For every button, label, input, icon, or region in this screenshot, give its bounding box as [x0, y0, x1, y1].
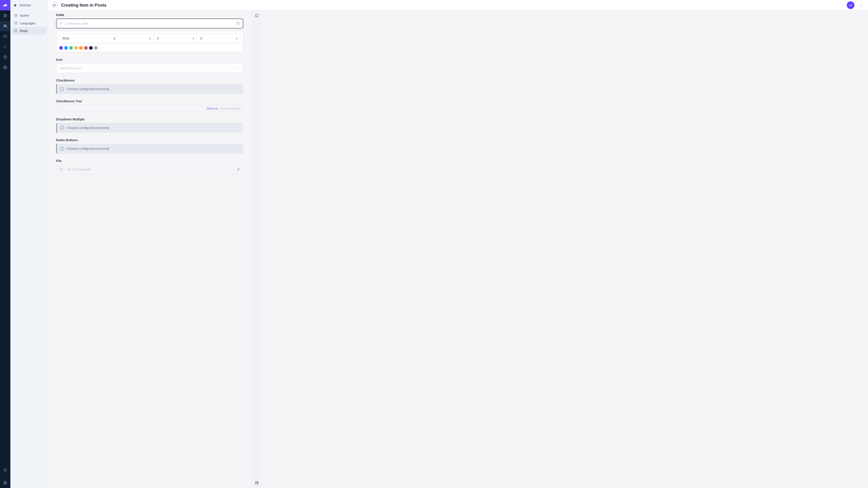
field-label-checkboxes-tree: Checkboxes Tree	[56, 99, 243, 103]
eyedropper-icon[interactable]	[57, 20, 65, 27]
notice-checkboxes: i Choices configured incorrectly	[56, 84, 243, 94]
svg-point-16	[257, 483, 257, 484]
rail-divider	[2, 476, 8, 476]
color-mode-value: RGB	[62, 37, 69, 40]
stepper-icon[interactable]: ▲▼	[149, 37, 151, 40]
sidebar-item-label: Languages	[20, 22, 35, 25]
swatch-white[interactable]	[99, 46, 103, 50]
sidebar: Directus Author Languages Posts	[10, 0, 48, 488]
database-icon	[14, 14, 18, 18]
file-input[interactable]: No File Selected	[56, 164, 243, 174]
svg-point-5	[15, 14, 17, 15]
nav-settings[interactable]	[0, 62, 10, 73]
color-mode-select[interactable]: RGB	[59, 33, 111, 43]
nav-notifications[interactable]	[0, 464, 10, 475]
svg-point-2	[5, 67, 6, 68]
right-rail	[251, 10, 262, 488]
notice-dropdown-multiple: i Choices configured incorrectly	[56, 123, 243, 133]
svg-point-11	[237, 23, 238, 24]
field-label-icon: Icon	[56, 58, 243, 61]
swatch-orange[interactable]	[79, 46, 83, 50]
sidebar-item-label: Author	[20, 14, 29, 18]
field-color: Color RGB	[56, 13, 243, 53]
field-label-color: Color	[56, 13, 243, 17]
sidebar-item-languages[interactable]: Languages	[12, 20, 46, 27]
svg-point-8	[861, 4, 861, 4]
color-picker-popup: RGB ▲▼ ▲▼	[56, 31, 243, 53]
sidebar-header[interactable]: Directus	[10, 0, 48, 10]
nav-insights[interactable]	[0, 41, 10, 52]
tree-separator: /	[219, 107, 220, 110]
save-button[interactable]	[847, 1, 855, 9]
topbar: Creating Item in Posts	[48, 0, 868, 10]
brand-logo[interactable]	[0, 0, 10, 10]
svg-point-0	[4, 25, 5, 26]
folder-icon	[57, 166, 65, 173]
color-g-value[interactable]	[157, 37, 166, 40]
activity-toggle[interactable]	[255, 478, 259, 488]
svg-rect-15	[255, 482, 258, 484]
show-selected-link[interactable]: Show Selected	[220, 107, 240, 110]
sidebar-item-author[interactable]: Author	[12, 12, 46, 20]
notice-radio-buttons: i Choices configured incorrectly	[56, 144, 243, 154]
nav-files[interactable]	[0, 31, 10, 41]
notice-text: Choices configured incorrectly	[67, 126, 110, 130]
back-button[interactable]	[51, 2, 58, 9]
swatch-red[interactable]	[84, 46, 88, 50]
svg-point-10	[861, 6, 861, 6]
swatch-yellow[interactable]	[74, 46, 78, 50]
color-b-value[interactable]	[200, 37, 209, 40]
icon-search-input[interactable]: Search for icon...	[56, 63, 243, 73]
color-g-input[interactable]: ▲▼	[154, 33, 197, 43]
nav-users[interactable]	[0, 21, 10, 31]
swatch-gray[interactable]	[94, 46, 98, 50]
color-b-input[interactable]: ▲▼	[197, 33, 241, 43]
sidebar-item-posts[interactable]: Posts	[12, 27, 46, 35]
chevron-down-icon	[237, 67, 240, 70]
swatch-row	[59, 46, 241, 50]
icon-placeholder: Search for icon...	[60, 66, 84, 70]
color-r-input[interactable]: ▲▼	[111, 33, 154, 43]
swatch-green[interactable]	[69, 46, 73, 50]
show-all-link[interactable]: Show All	[207, 107, 218, 110]
swatch-purple[interactable]	[59, 46, 63, 50]
more-button[interactable]	[857, 1, 865, 9]
svg-point-4	[5, 482, 6, 483]
nav-collections[interactable]	[0, 10, 10, 21]
attachment-icon[interactable]	[237, 168, 240, 171]
file-placeholder: No File Selected	[67, 168, 91, 171]
field-checkboxes-tree: Checkboxes Tree Show All / Show Selected	[56, 99, 243, 112]
stepper-icon[interactable]: ▲▼	[236, 37, 238, 40]
field-label-checkboxes: Checkboxes	[56, 78, 243, 82]
chevron-down-icon	[105, 37, 107, 40]
color-input[interactable]	[56, 19, 243, 29]
database-icon	[14, 22, 18, 25]
brand-name: Directus	[20, 3, 31, 7]
swatch-blue[interactable]	[64, 46, 68, 50]
info-icon: i	[60, 126, 64, 130]
field-icon: Icon Search for icon...	[56, 58, 243, 73]
form-content: Color RGB	[48, 10, 251, 488]
svg-point-6	[15, 22, 17, 23]
color-text-input[interactable]	[67, 22, 235, 25]
main: Creating Item in Posts Color	[48, 0, 868, 488]
stepper-icon[interactable]: ▲▼	[192, 37, 194, 40]
field-radio-buttons: Radio Buttons i Choices configured incor…	[56, 138, 243, 154]
info-panel-toggle[interactable]	[252, 10, 262, 21]
info-icon: i	[60, 147, 64, 151]
svg-point-9	[861, 5, 861, 5]
color-r-value[interactable]	[114, 37, 123, 40]
palette-icon[interactable]	[235, 20, 242, 27]
field-label-file: File	[56, 159, 243, 163]
checkboxes-tree-box: Show All / Show Selected	[56, 105, 243, 112]
notice-text: Choices configured incorrectly	[67, 87, 110, 91]
field-dropdown-multiple: Dropdown Multiple i Choices configured i…	[56, 118, 243, 133]
swatch-dark[interactable]	[89, 46, 93, 50]
nav-rail	[0, 0, 10, 488]
sidebar-item-label: Posts	[20, 29, 28, 33]
nav-docs[interactable]	[0, 52, 10, 62]
info-icon: i	[60, 87, 64, 91]
nav-account[interactable]	[0, 478, 10, 488]
field-label-dropdown-multiple: Dropdown Multiple	[56, 118, 243, 121]
svg-point-12	[238, 23, 238, 23]
